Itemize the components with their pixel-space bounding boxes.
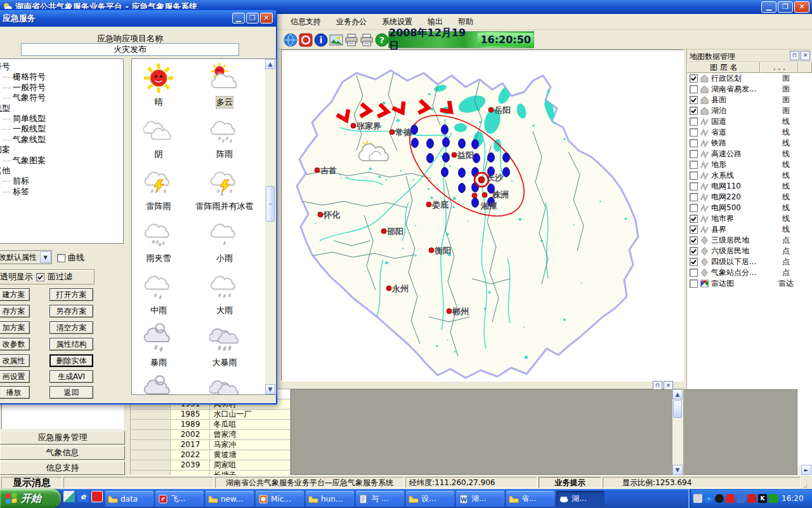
- button-改参数[interactable]: 改参数: [0, 338, 30, 351]
- button-画设置[interactable]: 画设置: [0, 370, 30, 383]
- tree-item-箭标[interactable]: ┄┄箭标: [3, 176, 123, 186]
- task-button-hun...[interactable]: hun...: [306, 491, 354, 507]
- tree-item-栅格符号[interactable]: ┄┄栅格符号: [3, 72, 123, 82]
- weather-symbol-hidden[interactable]: [132, 371, 185, 395]
- tree-item-符号[interactable]: 符号: [0, 62, 123, 72]
- rain-drop-symbol[interactable]: [472, 198, 479, 208]
- weather-symbol-雷阵雨[interactable]: 雷阵雨: [132, 163, 185, 215]
- resize-grip[interactable]: ⣠: [803, 481, 811, 488]
- scrollbar-thumb[interactable]: [673, 400, 682, 418]
- start-button[interactable]: 开始: [0, 489, 61, 508]
- table-row[interactable]: 2017马家冲: [131, 440, 291, 450]
- rain-drop-symbol[interactable]: [488, 153, 495, 163]
- rain-drop-symbol[interactable]: [472, 140, 479, 149]
- button-删除实体[interactable]: 删除实体: [49, 354, 93, 367]
- task-button-与 ...[interactable]: 与 ...: [356, 491, 404, 507]
- close-button[interactable]: ✕: [794, 1, 809, 13]
- dialog-minimize-button[interactable]: ▁: [232, 13, 245, 23]
- layer-row-湖泊[interactable]: 湖泊面: [687, 105, 812, 116]
- layer-checkbox[interactable]: [690, 225, 698, 234]
- tree-item-一般线型[interactable]: ┄┄一般线型: [3, 124, 123, 134]
- button-清空方案[interactable]: 清空方案: [49, 321, 93, 334]
- layer-row-县面[interactable]: 县面面: [687, 95, 812, 105]
- weather-symbol-晴[interactable]: 晴: [132, 59, 185, 111]
- map-canvas[interactable]: 张家界岳阳常德吉首益阳长沙湘潭株洲娄底怀化邵阳衡阳永州郴州: [281, 50, 684, 381]
- rain-drop-symbol[interactable]: [443, 138, 450, 147]
- rain-drop-symbol[interactable]: [443, 153, 450, 163]
- layer-checkbox[interactable]: [690, 139, 698, 147]
- weather-symbol-雨夹雪[interactable]: 雨夹雪: [132, 215, 185, 267]
- help-icon[interactable]: ?: [374, 32, 390, 48]
- face-filter-checkbox[interactable]: [36, 273, 44, 281]
- rain-drop-symbol[interactable]: [459, 139, 466, 149]
- tree-item-标签[interactable]: ┄┄标签: [3, 187, 123, 197]
- left-button-应急服务管理[interactable]: 应急服务管理: [0, 431, 125, 444]
- weather-symbol-中雨[interactable]: 中雨: [132, 267, 185, 319]
- layer-checkbox[interactable]: [690, 96, 698, 104]
- button-改属性[interactable]: 改属性: [0, 354, 30, 367]
- record-icon[interactable]: [298, 32, 313, 48]
- table-row[interactable]: 2002曾家湾: [131, 430, 291, 440]
- rain-drop-symbol[interactable]: [459, 184, 466, 193]
- scroll-up-icon[interactable]: ▲: [265, 59, 275, 69]
- tree-item-一般符号[interactable]: ┄┄一般符号: [3, 83, 123, 93]
- layer-name-column-header[interactable]: 图 层 名: [687, 62, 760, 73]
- layer-row-气象站点分...[interactable]: 气象站点分...点: [687, 267, 812, 278]
- button-生成AVI[interactable]: 生成AVI: [49, 370, 93, 383]
- rain-drop-symbol[interactable]: [459, 168, 466, 178]
- weather-symbol-阵雨[interactable]: 阵雨: [185, 111, 264, 163]
- button-建方案[interactable]: 建方案: [0, 288, 30, 301]
- transparent-label[interactable]: 透明显示: [0, 271, 33, 283]
- tree-item-简单线型[interactable]: ┄┄简单线型: [3, 114, 123, 124]
- layer-checkbox[interactable]: [690, 193, 698, 201]
- layer-checkbox[interactable]: [690, 269, 698, 277]
- weather-symbol-大雨[interactable]: 大雨: [185, 267, 264, 319]
- fetion-icon[interactable]: [91, 491, 103, 502]
- chevron-down-icon[interactable]: ▼: [40, 251, 51, 263]
- layer-row-电网220[interactable]: 电网220线: [687, 192, 812, 203]
- menu-信息支持[interactable]: 信息支持: [283, 14, 329, 30]
- rain-drop-symbol[interactable]: [442, 125, 449, 135]
- curve-checkbox[interactable]: [57, 254, 65, 262]
- layer-checkbox[interactable]: [690, 128, 698, 137]
- menu-业务办公[interactable]: 业务办公: [329, 14, 374, 30]
- kaspersky-icon[interactable]: K: [758, 494, 767, 503]
- minimize-button[interactable]: ▁: [761, 1, 776, 13]
- layer-row-电网500[interactable]: 电网500线: [687, 203, 812, 213]
- network-icon[interactable]: [737, 494, 745, 503]
- rain-drop-symbol[interactable]: [427, 139, 434, 149]
- weather-symbol-雷阵雨并有冰雹[interactable]: 雷阵雨并有冰雹: [185, 163, 264, 215]
- layer-checkbox[interactable]: [690, 236, 698, 244]
- task-button-Mic...[interactable]: Mic...: [256, 491, 304, 507]
- default-attr-dropdown[interactable]: 改默认属性 ▼: [0, 250, 52, 264]
- layer-more-column-header[interactable]: . . .: [760, 62, 798, 73]
- layer-row-行政区划[interactable]: 行政区划面: [687, 73, 812, 84]
- layer-checkbox[interactable]: [690, 150, 698, 158]
- layer-checkbox[interactable]: [690, 279, 698, 288]
- table-row[interactable]: 2039周家咀: [131, 460, 291, 471]
- symbol-category-tree[interactable]: 符号┄┄栅格符号┄┄一般符号┄┄气象符号线型┄┄简单线型┄┄一般线型┄┄气象线型…: [0, 58, 124, 244]
- layer-row-铁路[interactable]: 铁路线: [687, 138, 812, 149]
- tree-item-气象线型[interactable]: ┄┄气象线型: [3, 135, 123, 145]
- layer-row-地形[interactable]: 地形线: [687, 159, 812, 170]
- weather-symbol-多云[interactable]: 多云: [185, 59, 264, 111]
- weather-symbol-大暴雨[interactable]: 大暴雨: [185, 319, 264, 371]
- image-icon[interactable]: [329, 32, 344, 48]
- task-button-设...[interactable]: 设...: [406, 491, 454, 507]
- layer-checkbox[interactable]: [690, 161, 698, 169]
- project-name-input[interactable]: [21, 43, 239, 56]
- layer-row-四级以下居...[interactable]: 四级以下居...点: [687, 257, 812, 267]
- tree-item-图案[interactable]: 图案: [0, 145, 123, 155]
- layer-row-高速公路[interactable]: 高速公路线: [687, 149, 812, 159]
- scroll-up-icon[interactable]: ▲: [672, 389, 683, 399]
- rain-drop-symbol[interactable]: [503, 168, 510, 177]
- info-icon[interactable]: i: [313, 32, 329, 48]
- hide-icons-icon[interactable]: ‹: [704, 494, 713, 503]
- button-属性结构[interactable]: 属性结构: [49, 338, 93, 351]
- map-data-panel-titlebar[interactable]: 地图数据管理 ⊓ ✕: [687, 50, 812, 62]
- button-打开方案[interactable]: 打开方案: [49, 288, 93, 301]
- scroll-down-icon[interactable]: ▼: [265, 384, 275, 394]
- layer-row-地市界[interactable]: 地市界线: [687, 213, 812, 224]
- restore-button[interactable]: ❐: [778, 1, 793, 13]
- button-播放[interactable]: 播放: [0, 386, 30, 399]
